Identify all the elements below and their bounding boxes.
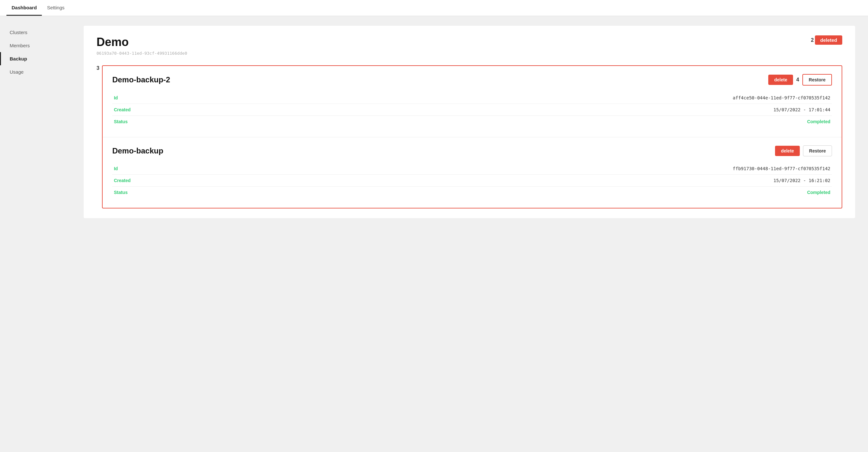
sidebar-item-usage[interactable]: Usage	[0, 65, 71, 79]
backup-1-status-row: Status Completed	[112, 116, 832, 128]
backup-1-created-row: Created 15/07/2022 - 17:01:44	[112, 104, 832, 116]
status-label: Status	[112, 116, 160, 128]
backup-1-created-value: 15/07/2022 - 17:01:44	[160, 104, 832, 116]
backup-2-id-value: ffb91730-0448-11ed-9f77-cf070535f142	[160, 163, 832, 175]
deleted-badge: deleted	[815, 35, 842, 45]
backup-1-id-value: aff4ce50-044e-11ed-9f77-cf070535f142	[160, 92, 832, 104]
status-label-2: Status	[112, 187, 160, 199]
backup-1-status-value: Completed	[160, 116, 832, 128]
step4-label: 4	[796, 77, 799, 83]
content-area: Demo 06193a70-0443-11ed-93cf-49931166dde…	[71, 16, 868, 452]
backup-2-actions: delete Restore	[775, 145, 832, 156]
created-label: Created	[112, 104, 160, 116]
backup-item-1-header: Demo-backup-2 delete 4 Restore	[112, 74, 832, 86]
nav-settings[interactable]: Settings	[42, 0, 69, 16]
sidebar-item-members[interactable]: Members	[0, 39, 71, 52]
page-header: Demo 06193a70-0443-11ed-93cf-49931166dde…	[96, 35, 842, 56]
backup-2-delete-button[interactable]: delete	[775, 146, 800, 156]
backup-2-id-row: Id ffb91730-0448-11ed-9f77-cf070535f142	[112, 163, 832, 175]
backup-2-created-row: Created 15/07/2022 - 16:21:02	[112, 175, 832, 187]
backup-item-2: Demo-backup delete Restore Id ffb91730-0…	[103, 137, 842, 208]
backup-2-status-value: Completed	[160, 187, 832, 199]
backup-1-actions: delete 4 Restore	[768, 74, 832, 86]
backup-2-created-value: 15/07/2022 - 16:21:02	[160, 175, 832, 187]
nav-dashboard[interactable]: Dashboard	[6, 0, 42, 16]
backup-1-restore-button[interactable]: Restore	[802, 74, 832, 86]
sidebar-item-clusters[interactable]: Clusters	[0, 26, 71, 39]
backup-1-delete-button[interactable]: delete	[768, 74, 793, 85]
backup-container: Demo-backup-2 delete 4 Restore Id aff4ce…	[102, 65, 842, 208]
id-label-2: Id	[112, 163, 160, 175]
header-right: 2 deleted	[811, 35, 842, 45]
backup-2-restore-button[interactable]: Restore	[803, 145, 832, 156]
backup-1-details: Id aff4ce50-044e-11ed-9f77-cf070535f142 …	[112, 92, 832, 127]
id-label: Id	[112, 92, 160, 104]
backup-1-id-row: Id aff4ce50-044e-11ed-9f77-cf070535f142	[112, 92, 832, 104]
page-title-section: Demo 06193a70-0443-11ed-93cf-49931166dde…	[96, 35, 187, 56]
backup-item-1: Demo-backup-2 delete 4 Restore Id aff4ce…	[103, 66, 842, 137]
sidebar-item-backup[interactable]: 1Backup	[0, 52, 71, 65]
backup-2-details: Id ffb91730-0448-11ed-9f77-cf070535f142 …	[112, 163, 832, 198]
created-label-2: Created	[112, 175, 160, 187]
sidebar: Clusters Members 1Backup Usage	[0, 16, 71, 452]
step2-label: 2	[811, 37, 814, 43]
backup-1-name: Demo-backup-2	[112, 75, 170, 84]
backup-item-2-header: Demo-backup delete Restore	[112, 145, 832, 156]
page-title: Demo	[96, 35, 187, 49]
page-uuid: 06193a70-0443-11ed-93cf-49931166dde0	[96, 51, 187, 56]
backup-2-name: Demo-backup	[112, 146, 163, 155]
main-layout: Clusters Members 1Backup Usage Demo 0619…	[0, 16, 868, 452]
backup-2-status-row: Status Completed	[112, 187, 832, 199]
step3-label: 3	[96, 65, 99, 71]
page-card: Demo 06193a70-0443-11ed-93cf-49931166dde…	[84, 26, 855, 218]
backup-section-wrapper: 3 Demo-backup-2 delete 4 Restore	[96, 65, 842, 208]
top-navigation: Dashboard Settings	[0, 0, 868, 16]
